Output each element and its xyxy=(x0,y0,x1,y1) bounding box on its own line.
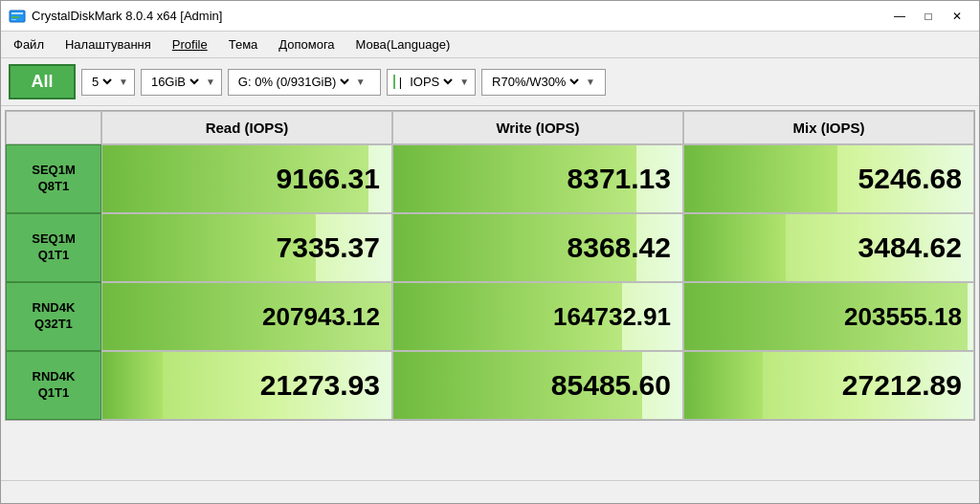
drive-arrow-icon: ▼ xyxy=(356,77,366,87)
cell-seq1m-q8t1-read: 9166.31 xyxy=(101,144,392,213)
header-write: Write (IOPS) xyxy=(392,111,683,144)
title-bar: CrystalDiskMark 8.0.4 x64 [Admin] — □ ✕ xyxy=(1,1,979,32)
cell-rnd4k-q1t1-read: 21273.93 xyxy=(101,351,392,420)
menu-theme[interactable]: Тема xyxy=(220,34,267,55)
cell-rnd4k-q32t1-mix: 203555.18 xyxy=(683,282,974,351)
title-bar-left: CrystalDiskMark 8.0.4 x64 [Admin] xyxy=(9,8,222,25)
cell-rnd4k-q32t1-write: 164732.91 xyxy=(392,282,683,351)
value-rnd4k-q1t1-read: 21273.93 xyxy=(260,369,380,402)
menu-profile[interactable]: Profile xyxy=(164,34,216,55)
title-bar-controls: — □ ✕ xyxy=(885,5,971,28)
svg-rect-2 xyxy=(11,16,19,18)
profile-select[interactable]: R70%/W30% Default xyxy=(488,74,582,90)
svg-rect-3 xyxy=(11,19,16,20)
value-rnd4k-q32t1-write: 164732.91 xyxy=(553,302,671,332)
unit-indicator: | xyxy=(393,75,402,89)
maximize-button[interactable]: □ xyxy=(914,5,943,28)
svg-rect-1 xyxy=(11,12,23,14)
value-rnd4k-q32t1-read: 207943.12 xyxy=(262,302,380,332)
cell-seq1m-q1t1-read: 7335.37 xyxy=(101,213,392,282)
size-arrow-icon: ▼ xyxy=(206,77,215,87)
loops-dropdown[interactable]: 5 1 3 9 ▼ xyxy=(81,69,135,96)
cell-seq1m-q1t1-write: 8368.42 xyxy=(392,213,683,282)
menu-file[interactable]: Файл xyxy=(5,34,53,55)
menu-bar: Файл Налаштування Profile Тема Допомога … xyxy=(1,32,979,58)
profile-dropdown[interactable]: R70%/W30% Default ▼ xyxy=(481,69,606,96)
value-seq1m-q8t1-mix: 5246.68 xyxy=(858,163,962,195)
row-label-rnd4k-q32t1: RND4K Q32T1 xyxy=(6,282,101,351)
unit-dropdown[interactable]: | IOPS MB/s GB/s ▼ xyxy=(387,69,476,96)
header-empty xyxy=(6,111,101,144)
size-select[interactable]: 16GiB 1GiB 4GiB 32GiB xyxy=(147,74,202,90)
value-seq1m-q8t1-read: 9166.31 xyxy=(277,163,380,195)
cell-seq1m-q8t1-mix: 5246.68 xyxy=(683,144,974,213)
value-rnd4k-q32t1-mix: 203555.18 xyxy=(844,302,962,332)
close-button[interactable]: ✕ xyxy=(943,5,971,28)
menu-help[interactable]: Допомога xyxy=(270,34,343,55)
value-rnd4k-q1t1-write: 85485.60 xyxy=(551,369,671,402)
value-seq1m-q1t1-mix: 3484.62 xyxy=(858,231,962,264)
header-mix: Mix (IOPS) xyxy=(683,111,974,144)
value-seq1m-q8t1-write: 8371.13 xyxy=(568,163,671,195)
value-seq1m-q1t1-write: 8368.42 xyxy=(568,231,671,264)
loops-arrow-icon: ▼ xyxy=(119,77,128,87)
minimize-button[interactable]: — xyxy=(885,5,914,28)
all-button[interactable]: All xyxy=(9,64,76,99)
main-window: CrystalDiskMark 8.0.4 x64 [Admin] — □ ✕ … xyxy=(0,0,980,504)
cell-rnd4k-q32t1-read: 207943.12 xyxy=(101,282,392,351)
unit-arrow-icon: ▼ xyxy=(459,77,469,87)
value-rnd4k-q1t1-mix: 27212.89 xyxy=(842,369,962,402)
menu-settings[interactable]: Налаштування xyxy=(56,34,160,55)
unit-select[interactable]: IOPS MB/s GB/s xyxy=(406,74,456,90)
row-label-seq1m-q1t1: SEQ1M Q1T1 xyxy=(6,213,101,282)
toolbar: All 5 1 3 9 ▼ 16GiB 1GiB 4GiB 32GiB ▼ G:… xyxy=(1,58,979,106)
loops-select[interactable]: 5 1 3 9 xyxy=(88,74,115,90)
cell-seq1m-q8t1-write: 8371.13 xyxy=(392,144,683,213)
profile-arrow-icon: ▼ xyxy=(586,77,595,87)
drive-dropdown[interactable]: G: 0% (0/931GiB) ▼ xyxy=(228,69,381,96)
menu-language[interactable]: Мова(Language) xyxy=(347,34,459,55)
window-title: CrystalDiskMark 8.0.4 x64 [Admin] xyxy=(32,9,222,23)
cell-rnd4k-q1t1-write: 85485.60 xyxy=(392,351,683,420)
value-seq1m-q1t1-read: 7335.37 xyxy=(277,231,380,264)
status-bar xyxy=(1,480,979,503)
size-dropdown[interactable]: 16GiB 1GiB 4GiB 32GiB ▼ xyxy=(141,69,222,96)
row-label-seq1m-q8t1: SEQ1M Q8T1 xyxy=(6,144,101,213)
drive-select[interactable]: G: 0% (0/931GiB) xyxy=(234,74,352,90)
main-content: Read (IOPS) Write (IOPS) Mix (IOPS) SEQ1… xyxy=(1,106,979,480)
results-table: Read (IOPS) Write (IOPS) Mix (IOPS) SEQ1… xyxy=(5,110,975,421)
app-icon xyxy=(9,8,26,25)
cell-seq1m-q1t1-mix: 3484.62 xyxy=(683,213,974,282)
row-label-rnd4k-q1t1: RND4K Q1T1 xyxy=(6,351,101,420)
header-read: Read (IOPS) xyxy=(101,111,392,144)
cell-rnd4k-q1t1-mix: 27212.89 xyxy=(683,351,974,420)
